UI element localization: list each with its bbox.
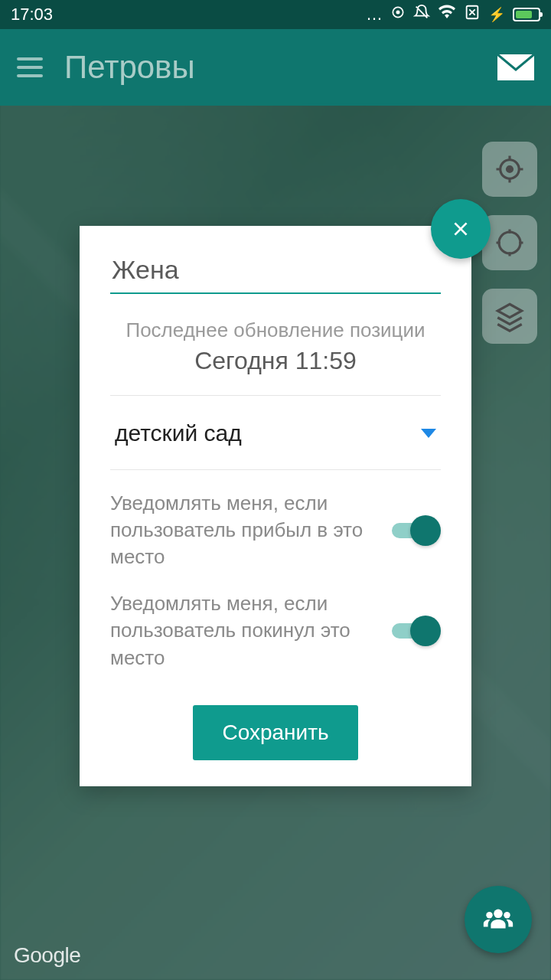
wifi-icon <box>438 5 456 24</box>
charging-icon: ⚡ <box>488 6 505 23</box>
more-icon: … <box>366 5 383 24</box>
svg-point-8 <box>486 912 492 918</box>
person-name-input[interactable] <box>110 250 441 294</box>
notify-arrive-label: Уведомлять меня, если пользователь прибы… <box>110 490 377 570</box>
last-update-label: Последнее обновление позиции <box>110 317 441 344</box>
page-title: Петровы <box>64 49 497 86</box>
notify-leave-label: Уведомлять меня, если пользователь покин… <box>110 590 377 671</box>
people-fab[interactable] <box>465 886 532 953</box>
save-button[interactable]: Сохранить <box>193 705 357 760</box>
locate-icon[interactable] <box>482 142 537 197</box>
last-update-block: Последнее обновление позиции Сегодня 11:… <box>110 294 441 396</box>
mail-icon[interactable] <box>497 54 534 80</box>
svg-point-5 <box>507 167 513 172</box>
close-button[interactable] <box>431 199 491 259</box>
no-sim-icon <box>464 4 481 25</box>
location-icon <box>390 5 406 24</box>
dropdown-selected: детский сад <box>115 420 242 446</box>
svg-point-1 <box>396 11 399 13</box>
notify-leave-row: Уведомлять меня, если пользователь покин… <box>110 590 441 671</box>
svg-point-9 <box>504 912 510 918</box>
person-dialog: Последнее обновление позиции Сегодня 11:… <box>80 226 471 786</box>
notify-arrive-row: Уведомлять меня, если пользователь прибы… <box>110 490 441 570</box>
status-bar: 17:03 … ⚡ <box>0 0 551 29</box>
chevron-down-icon <box>421 429 436 438</box>
notify-arrive-toggle[interactable] <box>392 515 441 546</box>
battery-icon <box>513 8 540 21</box>
last-update-time: Сегодня 11:59 <box>110 347 441 375</box>
svg-point-7 <box>494 910 503 919</box>
layers-icon[interactable] <box>482 289 537 344</box>
app-bar: Петровы <box>0 29 551 106</box>
map-controls <box>482 142 537 344</box>
map-attribution: Google <box>14 943 80 968</box>
refresh-location-icon[interactable] <box>482 215 537 270</box>
mute-icon <box>413 4 430 25</box>
menu-icon[interactable] <box>17 57 43 77</box>
place-dropdown[interactable]: детский сад <box>110 396 441 470</box>
svg-point-6 <box>499 232 520 253</box>
clock: 17:03 <box>11 5 53 24</box>
notify-leave-toggle[interactable] <box>392 616 441 646</box>
